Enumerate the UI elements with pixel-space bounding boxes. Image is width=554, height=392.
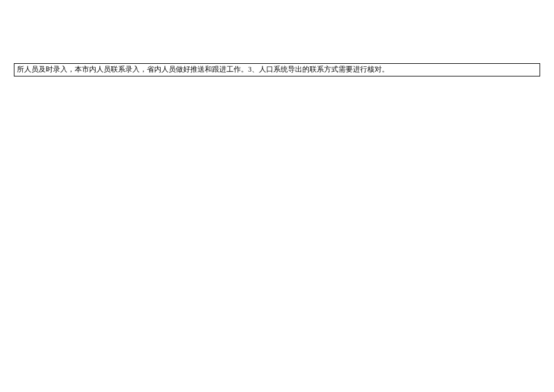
document-text-cell: 所人员及时录入，本市内人员联系录入，省内人员做好推送和跟进工作。3、人口系统导出…: [14, 63, 540, 76]
body-text: 所人员及时录入，本市内人员联系录入，省内人员做好推送和跟进工作。3、人口系统导出…: [17, 66, 389, 73]
